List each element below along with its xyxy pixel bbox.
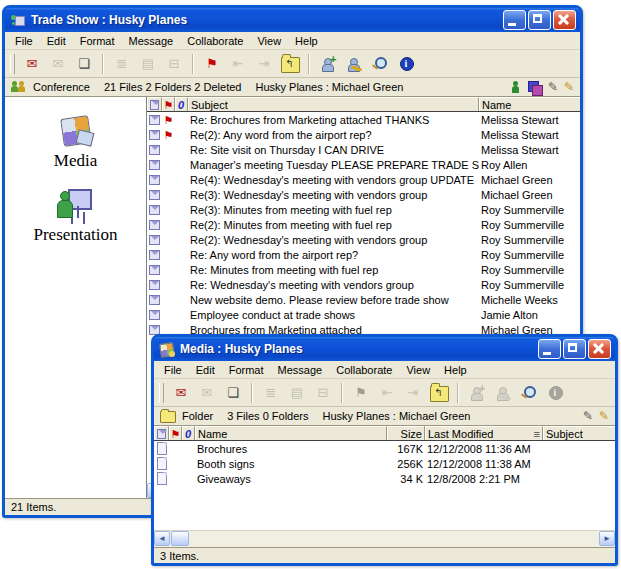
message-sender: Roy Summerville — [479, 249, 580, 261]
toolbar-separator-icon — [251, 383, 253, 403]
search-button[interactable] — [368, 53, 392, 75]
folder-up-button[interactable] — [427, 382, 451, 404]
envelope-icon — [157, 429, 166, 439]
message-type-cell — [147, 280, 162, 290]
menu-view[interactable]: View — [250, 34, 288, 48]
flag-column-header[interactable]: ⚑ — [169, 426, 182, 440]
message-row[interactable]: Re(2): Minutes from meeting with fuel re… — [147, 217, 580, 232]
maximize-button[interactable] — [528, 10, 551, 30]
menu-collaborate[interactable]: Collaborate — [180, 34, 250, 48]
scroll-left-button[interactable]: ◄ — [154, 531, 170, 546]
search-button[interactable] — [517, 382, 541, 404]
flag-icon: ⚑ — [164, 100, 174, 110]
menu-help[interactable]: Help — [288, 34, 325, 48]
info-button[interactable] — [394, 53, 418, 75]
message-row[interactable]: Re: Minutes from meeting with fuel repRo… — [147, 262, 580, 277]
menu-format[interactable]: Format — [73, 34, 122, 48]
envelope-icon — [149, 325, 160, 335]
message-row[interactable]: Re(3): Wednesday's meeting with vendors … — [147, 187, 580, 202]
pages-icon[interactable] — [528, 81, 542, 94]
envelope-column-header[interactable] — [154, 426, 169, 440]
title-bar[interactable]: Trade Show : Husky Planes — [5, 8, 580, 32]
new-document-button[interactable]: ❏ — [221, 382, 245, 404]
toolbar-separator-icon — [192, 54, 194, 74]
toolbar-grip-icon[interactable] — [159, 383, 164, 403]
subject-column-header[interactable]: Subject — [188, 97, 479, 111]
envelope-column-header[interactable] — [147, 97, 162, 111]
attachment-column-header[interactable]: 0 — [175, 97, 188, 111]
message-type-cell — [147, 310, 162, 320]
menu-view[interactable]: View — [399, 363, 437, 377]
message-row[interactable]: ⚑Re: Brochures from Marketing attached T… — [147, 112, 580, 127]
owner-label: Husky Planes : Michael Green — [255, 81, 403, 93]
next-message-icon: ⇥ — [408, 386, 419, 399]
edit-pencil-icon[interactable]: ✎ — [548, 80, 558, 94]
menu-help[interactable]: Help — [437, 363, 474, 377]
reply-message-button: ✉ — [195, 382, 219, 404]
menu-file[interactable]: File — [157, 363, 189, 377]
scroll-right-button[interactable]: ► — [599, 531, 615, 546]
menu-edit[interactable]: Edit — [189, 363, 222, 377]
file-row[interactable]: Brochures167K12/12/2008 11:36 AM — [154, 441, 615, 456]
sidebar-item-media[interactable]: Media — [54, 115, 97, 171]
close-button[interactable] — [553, 10, 576, 30]
envelope-icon — [149, 220, 160, 230]
message-row[interactable]: Re(3): Minutes from meeting with fuel re… — [147, 202, 580, 217]
message-sender: Michelle Weeks — [479, 294, 580, 306]
modified-column-label: Last Modified — [428, 428, 493, 440]
file-row[interactable]: Booth signs256K12/12/2008 11:38 AM — [154, 456, 615, 471]
message-subject: Re: Minutes from meeting with fuel rep — [188, 264, 479, 276]
minimize-button[interactable] — [503, 10, 526, 30]
menu-file[interactable]: File — [8, 34, 40, 48]
minimize-button[interactable] — [538, 339, 561, 359]
add-member-button[interactable] — [316, 53, 340, 75]
file-row[interactable]: Giveaways34 K12/8/2008 2:21 PM — [154, 471, 615, 486]
name-column-header[interactable]: Name — [479, 97, 580, 111]
message-row[interactable]: Re(2): Wednesday's meeting with vendors … — [147, 232, 580, 247]
menu-format[interactable]: Format — [222, 363, 271, 377]
message-row[interactable]: Re(4): Wednesday's meeting with vendors … — [147, 172, 580, 187]
message-row[interactable]: ⚑Re(2): Any word from the airport rep?Me… — [147, 127, 580, 142]
file-modified: 12/8/2008 2:21 PM — [425, 473, 543, 485]
subject-column-header[interactable]: Subject — [543, 426, 615, 440]
new-message-button[interactable]: ✉ — [20, 53, 44, 75]
member-presence-icon[interactable] — [511, 81, 520, 93]
message-row[interactable]: New website demo. Please review before t… — [147, 292, 580, 307]
message-row[interactable]: Re: Any word from the airport rep?Roy Su… — [147, 247, 580, 262]
folder-up-icon — [430, 386, 449, 402]
flag-column-header[interactable]: ⚑ — [162, 97, 175, 111]
toolbar-grip-icon[interactable] — [10, 54, 15, 74]
message-row[interactable]: Re: Site visit on Thursday I CAN DRIVEMe… — [147, 142, 580, 157]
flag-button[interactable]: ⚑ — [200, 53, 224, 75]
modified-column-header[interactable]: Last Modified ≡ — [425, 426, 543, 440]
member-access-button[interactable] — [342, 53, 366, 75]
title-bar[interactable]: Media : Husky Planes — [154, 337, 615, 361]
reply-message-icon: ✉ — [53, 57, 64, 70]
window-title: Trade Show : Husky Planes — [31, 13, 503, 27]
sign-pencil-icon[interactable]: ✎ — [564, 80, 574, 94]
sidebar-item-presentation[interactable]: Presentation — [33, 187, 117, 245]
message-row[interactable]: Employee conduct at trade showsJamie Alt… — [147, 307, 580, 322]
folder-up-button[interactable] — [278, 53, 302, 75]
size-column-header[interactable]: Size — [387, 426, 425, 440]
close-button[interactable] — [588, 339, 611, 359]
envelope-icon — [149, 130, 160, 140]
new-document-button[interactable]: ❏ — [72, 53, 96, 75]
scrollbar-thumb[interactable] — [171, 531, 189, 546]
menu-collaborate[interactable]: Collaborate — [329, 363, 399, 377]
menu-edit[interactable]: Edit — [40, 34, 73, 48]
file-size: 256K — [387, 458, 425, 470]
menu-message[interactable]: Message — [271, 363, 330, 377]
message-subject: Re(3): Minutes from meeting with fuel re… — [188, 204, 479, 216]
refile-list-button: ≣ — [259, 382, 283, 404]
message-row[interactable]: Manager's meeting Tuesday PLEASE PREPARE… — [147, 157, 580, 172]
sign-pencil-icon[interactable]: ✎ — [599, 409, 609, 423]
menu-message[interactable]: Message — [122, 34, 181, 48]
maximize-button[interactable] — [563, 339, 586, 359]
scrollbar-track[interactable] — [189, 531, 599, 547]
attachment-column-header[interactable]: 0 — [182, 426, 195, 440]
new-message-button[interactable]: ✉ — [169, 382, 193, 404]
name-column-header[interactable]: Name — [195, 426, 387, 440]
message-row[interactable]: Re: Wednesday's meeting with vendors gro… — [147, 277, 580, 292]
edit-pencil-icon[interactable]: ✎ — [583, 409, 593, 423]
